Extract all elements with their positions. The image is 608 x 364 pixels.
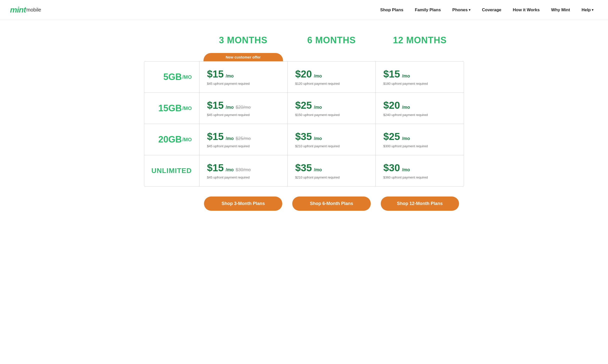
price-per-mo: /mo <box>402 136 410 141</box>
price-per-mo: /mo <box>226 74 234 79</box>
plan-cell-r0-c1[interactable]: $20/mo$120 upfront payment required <box>288 62 376 92</box>
price-line: $15/mo$30/mo <box>207 162 280 174</box>
upfront-text: $300 upfront payment required <box>383 144 456 148</box>
plan-label-unit: /MO <box>182 74 192 80</box>
price-line: $25/mo <box>295 100 368 111</box>
price-value: $35 <box>295 131 312 142</box>
btn-cell-12mo: Shop 12-Month Plans <box>376 196 464 211</box>
price-line: $15/mo <box>207 68 280 80</box>
plan-cell-r0-c0[interactable]: $15/mo$45 upfront payment required <box>199 62 288 92</box>
nav-item-shop-plans[interactable]: Shop Plans <box>376 5 408 15</box>
price-value: $15 <box>207 162 224 174</box>
price-value: $15 <box>207 100 224 111</box>
plan-label-unit: /MO <box>182 137 192 142</box>
price-per-mo: /mo <box>226 136 234 141</box>
plan-cell-r3-c1[interactable]: $35/mo$210 upfront payment required <box>288 155 376 186</box>
shop-6month-button[interactable]: Shop 6-Month Plans <box>292 196 370 211</box>
logo[interactable]: mintmobile <box>10 5 41 14</box>
price-per-mo: /mo <box>226 105 234 110</box>
plan-row-5gb: 5GB/MO$15/mo$45 upfront payment required… <box>144 62 464 93</box>
plan-cell-r1-c0[interactable]: $15/mo$20/mo$45 upfront payment required <box>199 93 288 124</box>
buttons-row: Shop 3-Month Plans Shop 6-Month Plans Sh… <box>144 196 464 211</box>
price-per-mo: /mo <box>314 74 322 79</box>
col-header-3mo: 3 MONTHS <box>199 30 287 53</box>
plan-cell-r1-c1[interactable]: $25/mo$150 upfront payment required <box>288 93 376 124</box>
badge-col2-empty <box>287 53 376 61</box>
shop-3month-button[interactable]: Shop 3-Month Plans <box>204 196 282 211</box>
plan-cell-r0-c2[interactable]: $15/mo$180 upfront payment required <box>376 62 464 92</box>
badge-row: New customer offer <box>144 53 464 61</box>
btn-cell-3mo: Shop 3-Month Plans <box>199 196 287 211</box>
upfront-text: $45 upfront payment required <box>207 113 280 117</box>
price-line: $15/mo <box>383 68 456 80</box>
price-line: $15/mo$20/mo <box>207 100 280 111</box>
upfront-text: $210 upfront payment required <box>295 144 368 148</box>
price-per-mo: /mo <box>314 136 322 141</box>
price-value: $20 <box>295 68 312 80</box>
column-headers-row: 3 MONTHS 6 MONTHS 12 MONTHS <box>144 30 464 53</box>
btn-row-empty <box>144 196 199 211</box>
price-per-mo: /mo <box>402 74 410 79</box>
corner-empty <box>144 30 199 53</box>
logo-mobile-text: mobile <box>26 7 41 13</box>
logo-mint-text: mint <box>10 5 26 14</box>
upfront-text: $45 upfront payment required <box>207 144 280 148</box>
price-line: $30/mo <box>383 162 456 174</box>
nav-item-phones[interactable]: Phones▾ <box>448 5 475 15</box>
plan-cell-r3-c2[interactable]: $30/mo$360 upfront payment required <box>376 155 464 186</box>
plan-cell-r1-c2[interactable]: $20/mo$240 upfront payment required <box>376 93 464 124</box>
plan-label-5gb: 5GB/MO <box>144 62 199 92</box>
plan-row-unlimited: UNLIMITED$15/mo$30/mo$45 upfront payment… <box>144 155 464 186</box>
price-value: $20 <box>383 100 400 111</box>
price-strikethrough: $20/mo <box>236 105 251 110</box>
badge-cell: New customer offer <box>199 53 287 61</box>
price-value: $30 <box>383 162 400 174</box>
nav-item-coverage[interactable]: Coverage <box>478 5 506 15</box>
header: mintmobile Shop PlansFamily PlansPhones▾… <box>0 0 608 20</box>
price-per-mo: /mo <box>402 167 410 172</box>
price-line: $20/mo <box>383 100 456 111</box>
price-line: $20/mo <box>295 68 368 80</box>
main-nav: Shop PlansFamily PlansPhones▾CoverageHow… <box>376 5 598 15</box>
main-content: 3 MONTHS 6 MONTHS 12 MONTHS New customer… <box>129 20 479 226</box>
plan-cell-r3-c0[interactable]: $15/mo$30/mo$45 upfront payment required <box>199 155 288 186</box>
nav-item-family-plans[interactable]: Family Plans <box>410 5 445 15</box>
upfront-text: $210 upfront payment required <box>295 176 368 179</box>
price-line: $25/mo <box>383 131 456 142</box>
btn-cell-6mo: Shop 6-Month Plans <box>287 196 376 211</box>
price-strikethrough: $25/mo <box>236 136 251 141</box>
price-line: $15/mo$25/mo <box>207 131 280 142</box>
price-value: $25 <box>383 131 400 142</box>
nav-item-how-it-works[interactable]: How it Works <box>508 5 544 15</box>
plan-label-20gb: 20GB/MO <box>144 124 199 155</box>
price-per-mo: /mo <box>402 105 410 110</box>
chevron-down-icon: ▾ <box>592 8 594 12</box>
price-value: $15 <box>383 68 400 80</box>
badge-col3-empty <box>376 53 464 61</box>
plan-label-unit: /MO <box>182 106 192 111</box>
plan-label-15gb: 15GB/MO <box>144 93 199 124</box>
plan-cell-r2-c0[interactable]: $15/mo$25/mo$45 upfront payment required <box>199 124 288 155</box>
price-value: $15 <box>207 68 224 80</box>
col-header-12mo: 12 MONTHS <box>376 30 464 53</box>
nav-item-why-mint[interactable]: Why Mint <box>547 5 575 15</box>
shop-12month-button[interactable]: Shop 12-Month Plans <box>381 196 459 211</box>
plan-row-20gb: 20GB/MO$15/mo$25/mo$45 upfront payment r… <box>144 124 464 155</box>
upfront-text: $120 upfront payment required <box>295 82 368 86</box>
upfront-text: $360 upfront payment required <box>383 176 456 179</box>
upfront-text: $180 upfront payment required <box>383 82 456 86</box>
price-strikethrough: $30/mo <box>236 167 251 172</box>
price-value: $15 <box>207 131 224 142</box>
upfront-text: $45 upfront payment required <box>207 176 280 179</box>
price-value: $25 <box>295 100 312 111</box>
upfront-text: $240 upfront payment required <box>383 113 456 117</box>
nav-item-help[interactable]: Help▾ <box>577 5 598 15</box>
price-per-mo: /mo <box>226 167 234 172</box>
badge-empty <box>144 53 199 61</box>
upfront-text: $150 upfront payment required <box>295 113 368 117</box>
chevron-down-icon: ▾ <box>469 8 470 12</box>
upfront-text: $45 upfront payment required <box>207 82 280 86</box>
plan-cell-r2-c1[interactable]: $35/mo$210 upfront payment required <box>288 124 376 155</box>
plan-cell-r2-c2[interactable]: $25/mo$300 upfront payment required <box>376 124 464 155</box>
plan-label-unlimited: UNLIMITED <box>144 155 199 186</box>
